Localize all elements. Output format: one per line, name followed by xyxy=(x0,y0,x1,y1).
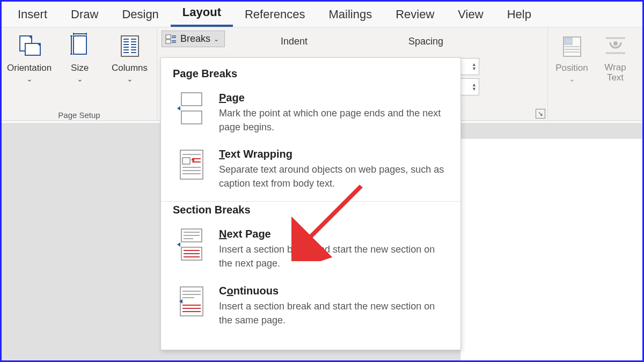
chevron-down-icon: ⌄ xyxy=(26,75,33,83)
svg-rect-2 xyxy=(25,43,40,55)
break-option-continuous[interactable]: Continuous Insert a section break and st… xyxy=(161,279,460,336)
page-break-icon xyxy=(177,92,206,125)
svg-marker-58 xyxy=(177,242,180,247)
orientation-label: Orientation xyxy=(7,63,52,73)
position-button[interactable]: Position ⌄ xyxy=(552,31,591,111)
svg-marker-40 xyxy=(177,106,180,110)
spinner-arrows-icon[interactable]: ▲▼ xyxy=(472,83,477,91)
chevron-down-icon: ⌄ xyxy=(569,75,575,83)
columns-button[interactable]: Columns ⌄ xyxy=(107,31,152,111)
continuous-break-icon xyxy=(177,285,206,318)
annotation-arrow xyxy=(291,181,372,261)
tab-draw[interactable]: Draw xyxy=(59,3,110,27)
size-icon xyxy=(67,33,93,61)
breaks-label: Breaks xyxy=(180,33,210,45)
chevron-down-icon: ⌄ xyxy=(127,75,133,83)
tab-insert[interactable]: Insert xyxy=(6,3,59,27)
next-page-break-icon xyxy=(177,228,206,261)
ribbon-tabs: Insert Draw Design Layout References Mai… xyxy=(2,2,642,27)
breaks-button[interactable]: Breaks ⌄ xyxy=(162,31,225,47)
svg-rect-39 xyxy=(181,111,202,124)
columns-label: Columns xyxy=(112,63,148,73)
chevron-down-icon: ⌄ xyxy=(214,35,219,43)
svg-rect-4 xyxy=(74,36,86,54)
svg-rect-38 xyxy=(181,93,202,106)
svg-rect-24 xyxy=(166,35,171,39)
tab-layout[interactable]: Layout xyxy=(171,1,233,27)
svg-point-36 xyxy=(613,41,618,46)
group-arrange: Position ⌄ Wrap Text xyxy=(548,27,639,121)
text-wrapping-break-icon xyxy=(177,148,206,181)
tab-review[interactable]: Review xyxy=(384,3,446,27)
document-page[interactable] xyxy=(460,139,642,362)
dropdown-heading-page-breaks: Page Breaks xyxy=(173,68,449,80)
tab-design[interactable]: Design xyxy=(110,3,170,27)
size-button[interactable]: Size ⌄ xyxy=(57,31,103,111)
position-icon xyxy=(559,33,585,61)
columns-icon xyxy=(117,33,143,61)
group-caption-page-setup: Page Setup xyxy=(2,110,157,120)
break-option-page[interactable]: Page Mark the point at which one page en… xyxy=(161,86,460,143)
wrap-text-icon xyxy=(603,33,628,61)
tab-mailings[interactable]: Mailings xyxy=(317,3,384,27)
group-page-setup: Orientation ⌄ Size ⌄ xyxy=(2,27,157,121)
svg-line-68 xyxy=(302,186,361,245)
wrap-text-label: Wrap Text xyxy=(604,63,626,83)
spacing-label: Spacing xyxy=(397,33,543,48)
chevron-down-icon: ⌄ xyxy=(77,75,83,83)
tab-view[interactable]: View xyxy=(446,3,495,27)
indent-label: Indent xyxy=(279,33,388,48)
position-label: Position xyxy=(555,63,588,73)
break-option-page-desc: Mark the point at which one page ends an… xyxy=(219,106,449,134)
orientation-button[interactable]: Orientation ⌄ xyxy=(6,31,53,111)
size-label: Size xyxy=(71,63,89,73)
tab-references[interactable]: References xyxy=(233,3,317,27)
wrap-text-button[interactable]: Wrap Text xyxy=(596,31,635,111)
spinner-arrows-icon[interactable]: ▲▼ xyxy=(472,62,477,71)
svg-rect-25 xyxy=(166,40,171,43)
break-option-continuous-desc: Insert a section break and start the new… xyxy=(219,299,449,327)
svg-rect-31 xyxy=(565,38,572,45)
breaks-icon xyxy=(165,34,177,44)
paragraph-dialog-launcher[interactable]: ↘ xyxy=(536,109,545,119)
orientation-icon xyxy=(17,33,42,61)
tab-help[interactable]: Help xyxy=(495,3,543,27)
